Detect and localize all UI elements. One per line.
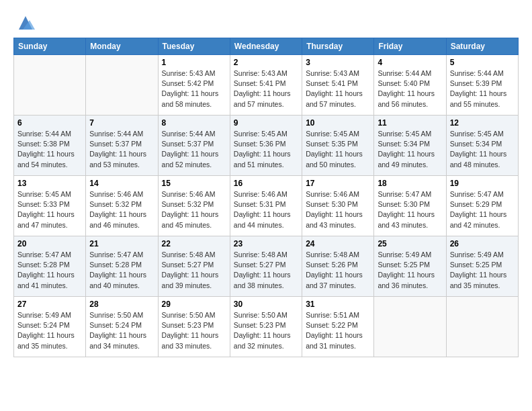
day-number: 3 bbox=[306, 58, 370, 67]
calendar-week-1: 1Sunrise: 5:43 AMSunset: 5:42 PMDaylight… bbox=[14, 55, 519, 116]
day-info: Sunrise: 5:48 AMSunset: 5:27 PMDaylight:… bbox=[162, 250, 226, 291]
day-number: 11 bbox=[378, 118, 442, 128]
calendar-cell: 1Sunrise: 5:43 AMSunset: 5:42 PMDaylight… bbox=[158, 55, 230, 116]
day-number: 30 bbox=[234, 300, 298, 309]
calendar-cell: 29Sunrise: 5:50 AMSunset: 5:23 PMDayligh… bbox=[158, 297, 230, 357]
day-number: 10 bbox=[306, 118, 370, 128]
calendar-week-3: 13Sunrise: 5:45 AMSunset: 5:33 PMDayligh… bbox=[14, 176, 519, 236]
day-info: Sunrise: 5:46 AMSunset: 5:32 PMDaylight:… bbox=[89, 189, 154, 230]
calendar-cell: 22Sunrise: 5:48 AMSunset: 5:27 PMDayligh… bbox=[158, 236, 230, 297]
calendar-cell: 17Sunrise: 5:46 AMSunset: 5:30 PMDayligh… bbox=[302, 176, 374, 236]
calendar-cell: 26Sunrise: 5:49 AMSunset: 5:25 PMDayligh… bbox=[446, 236, 518, 297]
calendar-cell: 19Sunrise: 5:47 AMSunset: 5:29 PMDayligh… bbox=[446, 176, 518, 236]
logo bbox=[13, 13, 35, 32]
day-header-sunday: Sunday bbox=[14, 38, 86, 55]
day-header-tuesday: Tuesday bbox=[158, 38, 230, 55]
calendar-cell: 13Sunrise: 5:45 AMSunset: 5:33 PMDayligh… bbox=[14, 176, 86, 236]
calendar-cell: 24Sunrise: 5:48 AMSunset: 5:26 PMDayligh… bbox=[302, 236, 374, 297]
page-header bbox=[13, 11, 519, 32]
calendar-cell: 30Sunrise: 5:50 AMSunset: 5:23 PMDayligh… bbox=[230, 297, 302, 357]
day-info: Sunrise: 5:48 AMSunset: 5:26 PMDaylight:… bbox=[306, 250, 370, 291]
calendar-table: SundayMondayTuesdayWednesdayThursdayFrid… bbox=[13, 38, 519, 357]
day-number: 27 bbox=[17, 300, 82, 309]
day-number: 20 bbox=[17, 239, 82, 248]
day-number: 26 bbox=[450, 239, 515, 248]
day-number: 24 bbox=[306, 239, 370, 248]
logo-icon bbox=[16, 13, 35, 32]
calendar-cell: 7Sunrise: 5:44 AMSunset: 5:37 PMDaylight… bbox=[86, 116, 158, 176]
day-number: 4 bbox=[378, 58, 442, 67]
day-header-saturday: Saturday bbox=[446, 38, 518, 55]
calendar-cell: 14Sunrise: 5:46 AMSunset: 5:32 PMDayligh… bbox=[86, 176, 158, 236]
calendar-cell: 16Sunrise: 5:46 AMSunset: 5:31 PMDayligh… bbox=[230, 176, 302, 236]
day-number: 31 bbox=[306, 300, 370, 309]
day-info: Sunrise: 5:45 AMSunset: 5:35 PMDaylight:… bbox=[306, 129, 370, 170]
day-header-monday: Monday bbox=[86, 38, 158, 55]
calendar-cell: 10Sunrise: 5:45 AMSunset: 5:35 PMDayligh… bbox=[302, 116, 374, 176]
day-number: 12 bbox=[450, 118, 515, 128]
day-info: Sunrise: 5:45 AMSunset: 5:34 PMDaylight:… bbox=[450, 129, 515, 170]
day-number: 14 bbox=[89, 179, 154, 188]
calendar-cell bbox=[14, 55, 86, 116]
day-number: 23 bbox=[234, 239, 298, 248]
calendar-cell: 6Sunrise: 5:44 AMSunset: 5:38 PMDaylight… bbox=[14, 116, 86, 176]
calendar-cell: 4Sunrise: 5:44 AMSunset: 5:40 PMDaylight… bbox=[374, 55, 446, 116]
day-number: 8 bbox=[162, 118, 226, 128]
day-header-thursday: Thursday bbox=[302, 38, 374, 55]
day-number: 25 bbox=[378, 239, 442, 248]
calendar-cell bbox=[446, 297, 518, 357]
calendar-cell: 28Sunrise: 5:50 AMSunset: 5:24 PMDayligh… bbox=[86, 297, 158, 357]
day-info: Sunrise: 5:44 AMSunset: 5:39 PMDaylight:… bbox=[450, 68, 515, 109]
day-info: Sunrise: 5:50 AMSunset: 5:23 PMDaylight:… bbox=[162, 310, 226, 351]
day-header-friday: Friday bbox=[374, 38, 446, 55]
calendar-week-2: 6Sunrise: 5:44 AMSunset: 5:38 PMDaylight… bbox=[14, 116, 519, 176]
day-info: Sunrise: 5:44 AMSunset: 5:38 PMDaylight:… bbox=[17, 129, 82, 170]
day-number: 15 bbox=[162, 179, 226, 188]
day-number: 21 bbox=[89, 239, 154, 248]
day-number: 7 bbox=[89, 118, 154, 128]
day-info: Sunrise: 5:47 AMSunset: 5:28 PMDaylight:… bbox=[17, 250, 82, 291]
day-number: 2 bbox=[234, 58, 298, 67]
day-info: Sunrise: 5:49 AMSunset: 5:25 PMDaylight:… bbox=[450, 250, 515, 291]
day-info: Sunrise: 5:46 AMSunset: 5:30 PMDaylight:… bbox=[306, 189, 370, 230]
day-number: 29 bbox=[162, 300, 226, 309]
day-info: Sunrise: 5:51 AMSunset: 5:22 PMDaylight:… bbox=[306, 310, 370, 351]
day-number: 6 bbox=[17, 118, 82, 128]
day-number: 18 bbox=[378, 179, 442, 188]
day-info: Sunrise: 5:45 AMSunset: 5:34 PMDaylight:… bbox=[378, 129, 442, 170]
day-info: Sunrise: 5:44 AMSunset: 5:37 PMDaylight:… bbox=[162, 129, 226, 170]
day-info: Sunrise: 5:47 AMSunset: 5:28 PMDaylight:… bbox=[89, 250, 154, 291]
day-number: 28 bbox=[89, 300, 154, 309]
day-number: 22 bbox=[162, 239, 226, 248]
day-info: Sunrise: 5:47 AMSunset: 5:29 PMDaylight:… bbox=[450, 189, 515, 230]
calendar-cell: 31Sunrise: 5:51 AMSunset: 5:22 PMDayligh… bbox=[302, 297, 374, 357]
day-info: Sunrise: 5:48 AMSunset: 5:27 PMDaylight:… bbox=[234, 250, 298, 291]
day-info: Sunrise: 5:46 AMSunset: 5:31 PMDaylight:… bbox=[234, 189, 298, 230]
day-info: Sunrise: 5:50 AMSunset: 5:23 PMDaylight:… bbox=[234, 310, 298, 351]
calendar-cell: 18Sunrise: 5:47 AMSunset: 5:30 PMDayligh… bbox=[374, 176, 446, 236]
calendar-week-4: 20Sunrise: 5:47 AMSunset: 5:28 PMDayligh… bbox=[14, 236, 519, 297]
day-info: Sunrise: 5:49 AMSunset: 5:24 PMDaylight:… bbox=[17, 310, 82, 351]
day-info: Sunrise: 5:50 AMSunset: 5:24 PMDaylight:… bbox=[89, 310, 154, 351]
calendar-cell: 27Sunrise: 5:49 AMSunset: 5:24 PMDayligh… bbox=[14, 297, 86, 357]
calendar-cell: 8Sunrise: 5:44 AMSunset: 5:37 PMDaylight… bbox=[158, 116, 230, 176]
day-header-wednesday: Wednesday bbox=[230, 38, 302, 55]
day-info: Sunrise: 5:43 AMSunset: 5:41 PMDaylight:… bbox=[306, 68, 370, 109]
calendar-cell: 15Sunrise: 5:46 AMSunset: 5:32 PMDayligh… bbox=[158, 176, 230, 236]
day-info: Sunrise: 5:44 AMSunset: 5:40 PMDaylight:… bbox=[378, 68, 442, 109]
calendar-cell: 5Sunrise: 5:44 AMSunset: 5:39 PMDaylight… bbox=[446, 55, 518, 116]
day-info: Sunrise: 5:45 AMSunset: 5:36 PMDaylight:… bbox=[234, 129, 298, 170]
day-number: 5 bbox=[450, 58, 515, 67]
calendar-cell bbox=[86, 55, 158, 116]
day-info: Sunrise: 5:43 AMSunset: 5:41 PMDaylight:… bbox=[234, 68, 298, 109]
header-row: SundayMondayTuesdayWednesdayThursdayFrid… bbox=[14, 38, 519, 55]
day-info: Sunrise: 5:45 AMSunset: 5:33 PMDaylight:… bbox=[17, 189, 82, 230]
day-number: 9 bbox=[234, 118, 298, 128]
calendar-week-5: 27Sunrise: 5:49 AMSunset: 5:24 PMDayligh… bbox=[14, 297, 519, 357]
calendar-cell: 21Sunrise: 5:47 AMSunset: 5:28 PMDayligh… bbox=[86, 236, 158, 297]
day-info: Sunrise: 5:49 AMSunset: 5:25 PMDaylight:… bbox=[378, 250, 442, 291]
calendar-cell: 9Sunrise: 5:45 AMSunset: 5:36 PMDaylight… bbox=[230, 116, 302, 176]
calendar-cell: 25Sunrise: 5:49 AMSunset: 5:25 PMDayligh… bbox=[374, 236, 446, 297]
calendar-cell: 3Sunrise: 5:43 AMSunset: 5:41 PMDaylight… bbox=[302, 55, 374, 116]
calendar-cell: 11Sunrise: 5:45 AMSunset: 5:34 PMDayligh… bbox=[374, 116, 446, 176]
